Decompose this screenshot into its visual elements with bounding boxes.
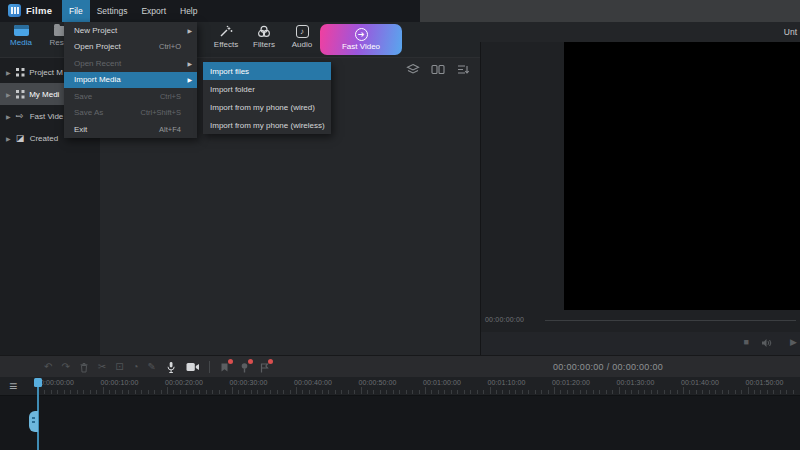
expand-arrow-icon[interactable]: ▶ — [6, 69, 11, 76]
ruler-tick — [709, 390, 710, 394]
expand-arrow-icon[interactable]: ▶ — [6, 135, 11, 142]
redo-icon[interactable]: ↷ — [61, 362, 69, 372]
ruler-tick — [115, 390, 116, 394]
ruler-tick — [548, 390, 549, 394]
ruler-tick — [238, 390, 239, 394]
menu-help[interactable]: Help — [173, 0, 204, 22]
submenu-item-import-files[interactable]: Import files — [203, 62, 331, 80]
ruler-tick — [689, 390, 690, 394]
ruler-tick — [103, 387, 104, 394]
expand-arrow-icon[interactable]: ▶ — [6, 91, 11, 98]
submenu-item-import-phone-wired[interactable]: Import from my phone (wired) — [203, 98, 331, 116]
ruler-tick — [141, 390, 142, 394]
ruler-tick — [154, 390, 155, 394]
seek-slider[interactable] — [545, 320, 796, 321]
grid-icon — [16, 90, 20, 94]
ruler-tick — [644, 390, 645, 394]
ruler-tick — [206, 390, 207, 394]
created-pattern-icon: ◪ — [16, 133, 26, 143]
magic-wand-icon — [219, 25, 233, 38]
ruler-tick — [535, 390, 536, 394]
filters-button[interactable]: Filters — [245, 25, 283, 49]
marker-tool-2[interactable] — [239, 362, 250, 373]
ruler-tick — [219, 390, 220, 394]
submenu-item-import-phone-wireless[interactable]: Import from my phone (wireless) — [203, 116, 331, 134]
ruler-tick — [670, 390, 671, 394]
media-clapper-icon — [14, 25, 29, 36]
edit-pen-icon[interactable]: ✎ — [148, 362, 156, 372]
audio-button[interactable]: ♪ Audio — [283, 25, 321, 49]
expand-arrow-icon[interactable]: ▶ — [6, 113, 11, 120]
ruler-tick — [793, 390, 794, 394]
titlebar-right-area — [420, 0, 800, 22]
ruler-tick — [361, 387, 362, 394]
marker-tool-1[interactable] — [219, 362, 230, 373]
ruler-label: 00:01:30:00 — [617, 379, 655, 386]
delete-icon[interactable] — [79, 362, 89, 373]
track-menu-icon[interactable]: ≡ — [9, 378, 17, 394]
playhead-grip[interactable] — [29, 411, 38, 432]
ruler-tick — [354, 390, 355, 394]
record-webcam-icon[interactable] — [186, 362, 200, 372]
ruler-tick — [754, 390, 755, 394]
ruler-tick — [541, 390, 542, 394]
menu-export[interactable]: Export — [134, 0, 173, 22]
ruler-tick — [348, 390, 349, 394]
ruler-tick — [760, 390, 761, 394]
toolbar-divider — [209, 361, 210, 373]
ruler-tick — [419, 390, 420, 394]
ruler-tick — [560, 390, 561, 394]
speed-icon[interactable]: ◔ — [133, 362, 139, 372]
ruler-tick — [135, 390, 136, 394]
volume-icon[interactable] — [761, 338, 772, 348]
ruler-tick — [748, 387, 749, 394]
undo-icon[interactable]: ↶ — [44, 362, 52, 372]
ruler-tick — [212, 390, 213, 394]
ruler-tick — [302, 390, 303, 394]
tab-media[interactable]: Media — [1, 25, 41, 47]
menu-file[interactable]: File — [62, 0, 90, 22]
feature-toolbar: Effects Filters ♪ Audio — [207, 25, 321, 49]
timeline-ruler[interactable]: ≡ 00:00:00:0000:00:10:0000:00:20:0000:00… — [0, 377, 800, 396]
marker-tool-3[interactable] — [259, 362, 270, 373]
menu-settings[interactable]: Settings — [90, 0, 135, 22]
notification-dot — [268, 359, 273, 364]
ruler-tick — [599, 390, 600, 394]
ruler-tick — [664, 390, 665, 394]
ruler-tick — [186, 390, 187, 394]
ruler-tick — [77, 390, 78, 394]
ruler-tick — [57, 390, 58, 394]
menu-item-new-project[interactable]: New Project ▶ — [64, 22, 197, 39]
thumbnail-view-icon[interactable] — [431, 63, 445, 76]
playhead-handle[interactable] — [34, 378, 42, 387]
stop-button[interactable]: ■ — [744, 338, 749, 347]
fast-video-button[interactable]: ➔ Fast Video — [320, 24, 402, 55]
ruler-tick — [386, 390, 387, 394]
ruler-tick — [232, 387, 233, 394]
split-scissors-icon[interactable]: ✂ — [98, 362, 106, 372]
effects-button[interactable]: Effects — [207, 25, 245, 49]
ruler-label: 00:00:40:00 — [294, 379, 332, 386]
preview-header: Unt — [480, 22, 800, 42]
ruler-tick — [651, 390, 652, 394]
submenu-item-import-folder[interactable]: Import folder — [203, 80, 331, 98]
ruler-tick — [573, 390, 574, 394]
play-button[interactable]: ▶ — [790, 338, 797, 347]
sort-icon[interactable] — [456, 63, 470, 76]
menu-item-exit[interactable]: Exit Alt+F4 ▶ — [64, 121, 197, 138]
crop-icon[interactable]: ⊡ — [115, 362, 123, 372]
ruler-tick — [290, 390, 291, 394]
library-view-controls — [406, 63, 470, 76]
effects-label: Effects — [214, 40, 238, 49]
ruler-tick — [780, 390, 781, 394]
layers-icon[interactable] — [406, 63, 420, 76]
ruler-tick — [509, 390, 510, 394]
ruler-label: 00:01:40:00 — [681, 379, 719, 386]
ruler-tick — [70, 390, 71, 394]
audio-label: Audio — [292, 40, 312, 49]
ruler-tick — [225, 390, 226, 394]
menu-item-import-media[interactable]: Import Media ▶ — [64, 72, 197, 89]
menu-item-open-project[interactable]: Open Project Ctrl+O ▶ — [64, 39, 197, 56]
ruler-tick — [283, 390, 284, 394]
record-voiceover-icon[interactable] — [165, 361, 177, 374]
